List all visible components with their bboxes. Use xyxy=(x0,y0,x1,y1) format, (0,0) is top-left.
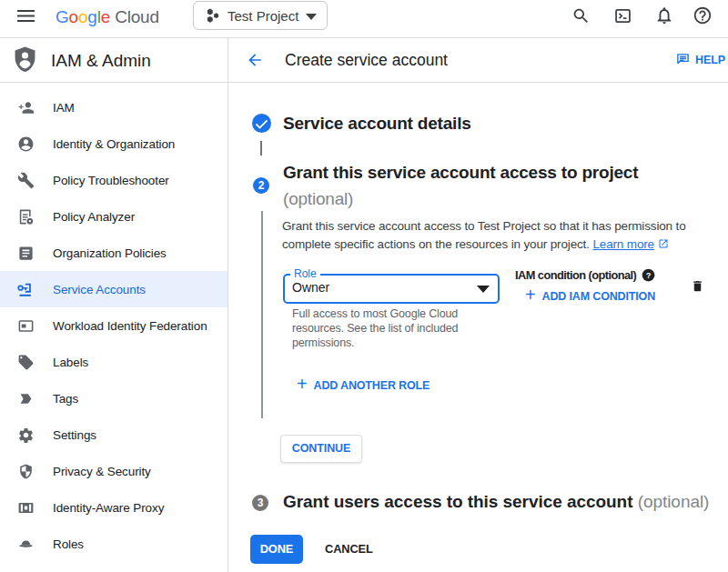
svg-text:?: ? xyxy=(646,271,651,280)
